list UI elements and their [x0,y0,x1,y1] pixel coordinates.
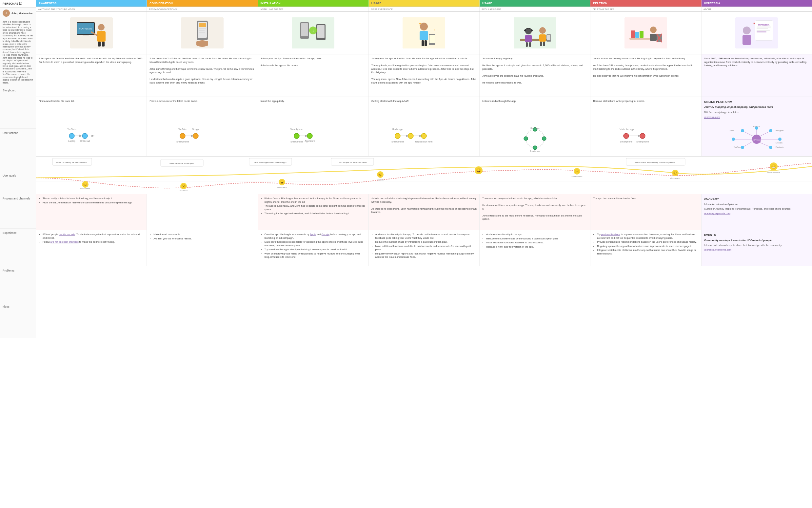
proc-awareness: YouTube Laptop Online ad [36,122,147,156]
svg-rect-16 [199,32,205,33]
ph-installation: INSTALLATION [258,0,369,6]
proc-svg-usage: Radio app Smartphone Registration form [391,126,457,152]
svg-point-123 [778,137,781,141]
proc-consideration: YouTube Google Smartphone [147,122,258,156]
sp-installation: INSTALLING THE APP [258,7,369,11]
svg-text:Laptop: Laptop [68,140,75,142]
ph-usage: USAGE [369,0,479,6]
svg-text:😐: 😐 [575,169,579,174]
layout-wrapper: PERSONAS (1) J John, Mecimaniac John is … [0,0,812,338]
ua-uxpressia: Since 2015, UXPressia has been helping b… [701,54,812,97]
svg-rect-55 [650,34,657,41]
proc-svg-deletion: Delete the app Smartphone Smartphone [620,126,672,152]
story-svg-usage: ? ? [402,17,445,48]
prob-uxpressia: ACADEMY Interactive educational platform… [701,194,812,230]
persona-card[interactable]: J John, Mecimaniac [0,7,36,19]
svg-rect-44 [539,34,546,42]
label-process: Process and channels [0,194,36,228]
svg-text:😀: 😀 [476,168,481,173]
prob-usage: John is uncomfortable disclosing his per… [369,194,479,230]
svg-point-27 [420,23,428,31]
svg-text:?: ? [419,23,421,26]
label-user-actions: User actions [0,129,36,171]
ug-usage: Getting started with the app ASAP. [369,97,479,122]
idea-awareness: 80% of people decide not ads. To elimina… [36,230,147,266]
idea-installation: Consider app title length requirements b… [258,230,369,266]
svg-text:LinkedIn: LinkedIn [776,142,782,144]
svg-rect-29 [422,40,424,46]
storyboard-row: PLAY GAME [36,12,812,54]
svg-text:🙂: 🙂 [378,172,383,177]
svg-text:Can't we just set back from he: Can't we just set back from here? [338,162,368,163]
svg-text:YouTube: YouTube [178,128,187,130]
svg-point-126 [769,146,772,149]
svg-point-87 [307,133,312,138]
idea-uxpressia: EVENTS Community meetups & events for HC… [701,230,812,266]
storyboard-consideration [147,12,258,54]
link-push-notif[interactable]: push notifications [601,233,620,236]
svg-text:UXPRESSIA: UXPRESSIA [758,24,770,26]
idea-regular: Add more functionality to the app. Reduc… [479,230,590,266]
svg-rect-4 [83,35,89,35]
uxpressia-link-events[interactable]: uxpressia.eventbrite.com [704,248,731,251]
svg-text:😕: 😕 [181,184,186,188]
svg-point-70 [69,133,74,138]
sp-consideration: RESEARCHING OPTIONS [147,7,258,11]
svg-text:Smartphone: Smartphone [530,150,540,152]
prob-awareness: The ad really irritates John as it's too… [36,194,147,230]
proc-deletion: Delete the app Smartphone Smartphone [590,122,701,156]
story-img-usage: ? ? [402,17,445,48]
ug-deletion: Remove distractions while preparing for … [590,97,701,122]
svg-text:interest: interest [377,179,384,181]
ph-regular: USAGE [479,0,590,6]
svg-point-120 [769,129,772,132]
svg-text:Registration form: Registration form [415,140,433,143]
svg-text:anticipation: anticipation [80,188,90,189]
svg-text:😊: 😊 [83,182,87,187]
svg-point-77 [180,133,185,138]
experience-svg: 😊 anticipation 😕 boredom 😠 annoyance 🙂 i… [36,157,812,194]
uxpressia-link-platform[interactable]: uxpressia.com [704,116,720,119]
svg-rect-32 [429,35,435,43]
idea-consideration: Make the ad memorable. A/B test your ad … [147,230,258,266]
svg-rect-23 [317,25,324,38]
proc-installation: Smartly here App Store Smartphone [258,122,369,156]
proc-svg-installation: Smartly here App Store Smartphone [287,126,339,152]
svg-text:Smartphone: Smartphone [636,140,649,143]
svg-text:How am I supposed to find that: How am I supposed to find that app? [255,162,286,163]
svg-text:YouTube: YouTube [67,128,76,130]
link-google[interactable]: Google [321,233,330,236]
storyboard-awareness: PLAY GAME [36,12,147,54]
ua-regular: John uses the app regularly.He likes the… [479,54,590,97]
svg-line-128 [743,142,752,147]
svg-rect-46 [543,42,545,46]
svg-point-129 [741,146,744,149]
svg-text:These tracks are so last year.: These tracks are so last year... [168,163,195,164]
svg-rect-28 [420,31,428,40]
svg-text:UXPressia: UXPressia [752,139,762,141]
label-experience: Experience [0,228,36,266]
story-svg-regular [514,17,556,48]
proc-regular: Radio app Smartphone [479,122,590,156]
uxpressia-link-academy[interactable]: academy.uxpressia.com [704,212,730,215]
storyboard-installation: ↓ [258,12,369,54]
svg-rect-64 [757,30,770,31]
svg-rect-67 [742,35,751,45]
link-best-practices[interactable]: are not ads best practices [50,241,79,243]
svg-text:Radio app: Radio app [393,128,403,131]
sub-phase-header-row: WATCHING THE YOUTUBE VIDEO RESEARCHING O… [36,7,812,12]
svg-point-111 [640,133,645,138]
link-decide-not-ads[interactable]: decide not ads [59,233,75,236]
storyboard-deletion [590,12,701,54]
svg-point-134 [741,129,744,132]
ug-awareness: Find a new track for his track list. [36,97,147,122]
label-ideas: Ideas [0,302,36,338]
persona-desc: John is a high school student who likes … [0,19,36,86]
story-img-deletion [624,17,667,48]
label-problems: Problems [0,266,36,302]
link-apple[interactable]: Apple [310,233,316,236]
svg-text:😔: 😔 [673,171,678,175]
ua-consideration: John closes the YouTube tab. He likes no… [147,54,258,97]
svg-text:boredom: boredom [180,189,188,191]
svg-rect-39 [526,42,528,47]
